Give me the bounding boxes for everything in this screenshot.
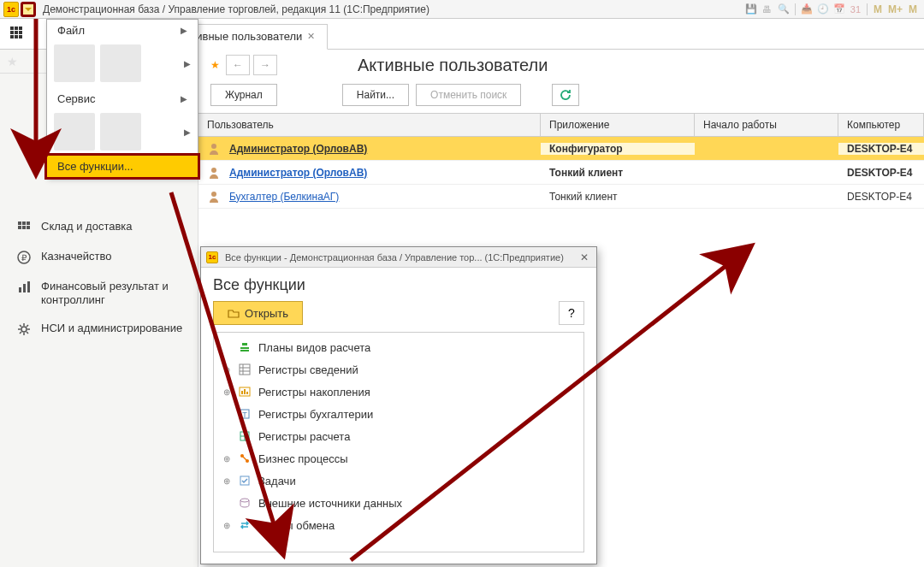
logo-1c-icon: 1c <box>206 251 218 263</box>
tree-label: Внешние источники данных <box>258 497 402 510</box>
tree-item[interactable]: ⊕Задачи <box>214 470 583 492</box>
svg-rect-5 <box>27 226 30 229</box>
calc-register-icon <box>238 429 252 443</box>
ruble-icon: ₽ <box>17 251 31 264</box>
th-start[interactable]: Начало работы <box>695 114 838 136</box>
sidebar-item-label: Казначейство <box>41 250 111 263</box>
svg-rect-17 <box>240 350 249 351</box>
gear-icon <box>17 322 31 336</box>
sections-icon[interactable] <box>10 27 24 40</box>
tree-item[interactable]: ⊕Внешние источники данных <box>214 492 583 514</box>
chevron-right-icon: ▶ <box>184 127 191 137</box>
th-app[interactable]: Приложение <box>541 114 695 136</box>
dialog-titlebar[interactable]: 1c Все функции - Демонстрационная база /… <box>201 247 596 268</box>
menu-placeholder[interactable] <box>54 44 95 82</box>
sidebar-item-finresult[interactable]: Финансовый результат и контроллинг <box>0 272 198 314</box>
close-icon[interactable]: ✕ <box>578 251 591 264</box>
page-title: Активные пользователи <box>358 56 548 75</box>
favorite-star-button[interactable]: ★ <box>207 55 222 75</box>
cell-comp: DESKTOP-E4 <box>838 191 924 203</box>
tree-item[interactable]: ⊕Регистры сведений <box>214 358 583 381</box>
m2-button[interactable]: M <box>907 3 919 16</box>
sidebar-item-warehouse[interactable]: Склад и доставка <box>0 212 198 242</box>
tree-label: Планы обмена <box>258 519 335 532</box>
chevron-right-icon: ▶ <box>181 94 187 103</box>
window-titlebar: 1c Демонстрационная база / Управление то… <box>0 0 924 19</box>
help-button[interactable]: ? <box>559 301 584 325</box>
magnify-icon[interactable]: 🔍 <box>777 3 791 16</box>
user-icon <box>207 166 221 180</box>
svg-rect-8 <box>19 287 21 292</box>
table-body: Администратор (ОрловАВ) Конфигуратор DES… <box>198 137 924 209</box>
refresh-button[interactable] <box>552 84 579 106</box>
m-button[interactable]: M <box>872 3 884 16</box>
th-comp[interactable]: Компьютер <box>838 114 924 136</box>
all-functions-dialog: 1c Все функции - Демонстрационная база /… <box>200 246 597 564</box>
menu-file[interactable]: Файл▶ <box>47 20 198 41</box>
svg-text:₽: ₽ <box>21 253 27 263</box>
svg-rect-4 <box>22 226 26 229</box>
menu-placeholder[interactable] <box>54 113 95 151</box>
tree-item[interactable]: ⊕Планы видов расчета <box>214 336 583 358</box>
sidebar-item-label: Склад и доставка <box>41 220 133 233</box>
cell-app: Конфигуратор <box>541 143 695 155</box>
window-title: Демонстрационная база / Управление торго… <box>43 3 429 15</box>
tree-item[interactable]: ⊕Планы обмена <box>214 514 583 536</box>
acc-register-icon: T <box>238 407 252 421</box>
open-button[interactable]: Открыть <box>213 301 303 325</box>
close-icon[interactable]: ✕ <box>307 31 315 42</box>
user-link[interactable]: Администратор (ОрловАВ) <box>229 143 367 155</box>
table-row[interactable]: Бухгалтер (БелкинаАГ) Тонкий клиент DESK… <box>198 185 924 209</box>
dialog-heading: Все функции <box>213 276 584 294</box>
back-button[interactable]: ← <box>226 55 250 75</box>
journal-button[interactable]: Журнал <box>210 84 277 106</box>
info-register-icon <box>238 363 252 376</box>
main-menu-dropdown-button[interactable] <box>21 2 36 17</box>
forward-button[interactable]: → <box>253 55 277 75</box>
tree-label: Регистры накопления <box>258 386 370 399</box>
calendar2-icon[interactable]: 31 <box>849 3 862 16</box>
svg-point-35 <box>240 499 249 502</box>
tree-item[interactable]: ⊕TРегистры бухгалтерии <box>214 403 583 425</box>
cancel-search-button[interactable]: Отменить поиск <box>416 84 521 106</box>
m-plus-button[interactable]: M+ <box>886 3 904 16</box>
sidebar-item-treasury[interactable]: ₽ Казначейство <box>0 242 198 272</box>
menu-placeholder[interactable] <box>100 113 141 151</box>
user-link[interactable]: Бухгалтер (БелкинаАГ) <box>229 191 339 203</box>
svg-rect-18 <box>240 364 250 375</box>
main-menu-dropdown: Файл▶ ▶ Сервис▶ ▶ Все функции... <box>46 19 198 178</box>
svg-rect-16 <box>240 347 249 349</box>
tree-label: Регистры расчета <box>258 430 350 443</box>
refresh-icon <box>559 88 572 102</box>
calendar-icon[interactable]: 📅 <box>832 3 846 16</box>
table-row[interactable]: Администратор (ОрловАВ) Тонкий клиент DE… <box>198 161 924 185</box>
table-row[interactable]: Администратор (ОрловАВ) Конфигуратор DES… <box>198 137 924 161</box>
tree-label: Задачи <box>258 475 296 487</box>
tree-item[interactable]: ⊕Регистры накопления <box>214 381 583 403</box>
external-data-icon <box>238 496 252 510</box>
dialog-title: Все функции - Демонстрационная база / Уп… <box>225 252 564 263</box>
save-icon[interactable]: 💾 <box>744 3 758 16</box>
bars-icon <box>17 281 31 294</box>
menu-service[interactable]: Сервис▶ <box>47 82 198 109</box>
svg-text:T: T <box>242 410 247 419</box>
svg-rect-2 <box>27 221 30 225</box>
tree-label: Планы видов расчета <box>258 341 370 354</box>
accum-register-icon <box>238 385 252 399</box>
find-button[interactable]: Найти... <box>342 84 409 106</box>
tree-item[interactable]: ⊕Регистры расчета <box>214 425 583 447</box>
star-icon: ★ <box>7 55 18 68</box>
calc-icon[interactable]: 📥 <box>800 3 814 16</box>
sidebar-item-admin[interactable]: НСИ и администрирование <box>0 314 198 344</box>
th-user[interactable]: Пользователь <box>198 114 541 136</box>
svg-point-13 <box>211 168 216 173</box>
grid-icon <box>17 221 31 234</box>
user-link[interactable]: Администратор (ОрловАВ) <box>229 167 367 179</box>
menu-all-functions[interactable]: Все функции... <box>44 153 200 180</box>
svg-rect-10 <box>27 281 30 292</box>
menu-placeholder[interactable] <box>100 44 141 82</box>
function-tree[interactable]: ⊕Планы видов расчета ⊕Регистры сведений … <box>213 332 584 552</box>
clock-icon[interactable]: 🕘 <box>816 3 830 16</box>
tree-item[interactable]: ⊕Бизнес процессы <box>214 447 583 470</box>
print-icon[interactable]: 🖶 <box>761 3 774 16</box>
